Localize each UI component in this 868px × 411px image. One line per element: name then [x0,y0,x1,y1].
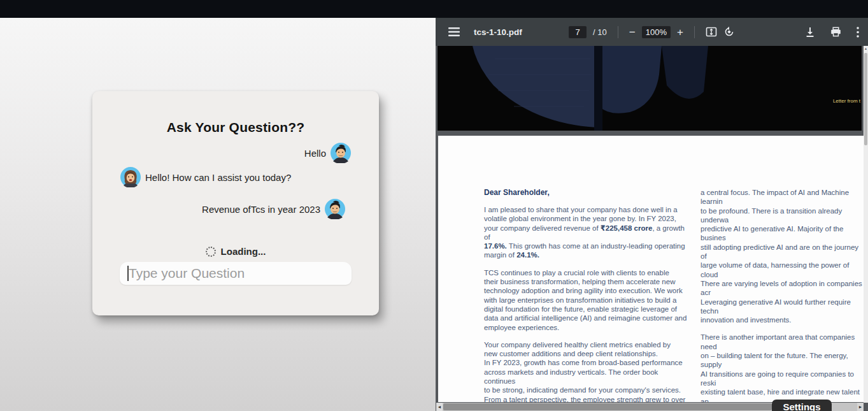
pdf-toolbar: tcs-1-10.pdf 7 / 10 − 100% + [436,18,868,46]
user-avatar-icon [331,143,351,163]
paragraph: a central focus. The impact of AI and Ma… [701,188,864,324]
zoom-level-value[interactable]: 100% [642,26,671,38]
chat-card: Ask Your Question?? Hello [92,91,379,315]
zoom-out-button[interactable]: − [629,27,636,38]
letter-left-column: Dear Shareholder, I am pleased to share … [484,188,689,402]
rotate-ccw-icon[interactable] [723,26,735,38]
chat-message-text: Hello [304,148,326,159]
user-avatar-icon [325,199,345,219]
download-icon[interactable] [805,27,815,38]
fit-page-icon[interactable] [706,26,717,38]
photo-caption: Letter from t [833,98,860,104]
print-icon[interactable] [830,27,841,37]
loading-label: Loading... [221,246,266,257]
zoom-in-button[interactable]: + [677,27,683,38]
chat-message-user: Hello [92,143,379,163]
toolbar-left-group: tcs-1-10.pdf [448,18,522,46]
pdf-filename: tcs-1-10.pdf [474,27,522,37]
vertical-scrollbar-thumb[interactable] [864,53,867,145]
salutation: Dear Shareholder, [484,188,689,197]
pdf-page: Dear Shareholder, I am pleased to share … [438,136,864,402]
suit-photo-graphic [438,46,862,131]
spinner-icon [206,247,216,257]
loading-indicator: Loading... [92,246,379,257]
bot-avatar-icon [120,167,141,187]
chat-message-bot: Hello! How can I assist you today? [92,167,379,187]
paragraph: There is another important area that com… [701,333,864,402]
more-vert-icon[interactable] [857,27,859,38]
paragraph: Your company delivered healthy client me… [484,340,689,402]
horizontal-scrollbar-thumb[interactable] [443,403,772,410]
vertical-scrollbar[interactable]: ▲ [864,46,868,403]
question-input[interactable] [120,262,352,285]
hamburger-icon[interactable] [448,27,460,36]
page-count-label: / 10 [593,27,607,37]
current-page-input[interactable]: 7 [569,26,587,38]
paragraph: I am pleased to share that your company … [484,205,689,260]
pdf-viewer-pane: tcs-1-10.pdf 7 / 10 − 100% + [436,18,868,411]
chat-title: Ask Your Question?? [92,120,379,135]
question-input-wrap [120,262,352,285]
toolbar-right-group [805,18,859,46]
chat-message-text: Hello! How can I assist you today? [145,172,291,183]
scroll-left-arrow-icon[interactable]: ◄ [436,403,443,411]
chat-message-text: Revenue ofTcs in year 2023 [202,204,320,215]
chat-pane: Ask Your Question?? Hello [0,18,436,411]
letter-right-column: a central focus. The impact of AI and Ma… [701,188,864,402]
chat-message-user: Revenue ofTcs in year 2023 [92,199,379,219]
text-caret [127,266,129,281]
toolbar-center-group: 7 / 10 − 100% + [569,26,735,38]
scroll-right-arrow-icon[interactable]: ► [857,403,864,411]
top-black-bar [0,0,868,18]
toolbar-divider [618,26,618,38]
pdf-page-photo: Letter from t [438,46,862,131]
scroll-up-arrow-icon[interactable]: ▲ [864,46,868,52]
settings-tooltip: Settings [772,400,832,411]
toolbar-divider [694,26,695,38]
paragraph: TCS continues to play a crucial role wit… [484,268,689,332]
